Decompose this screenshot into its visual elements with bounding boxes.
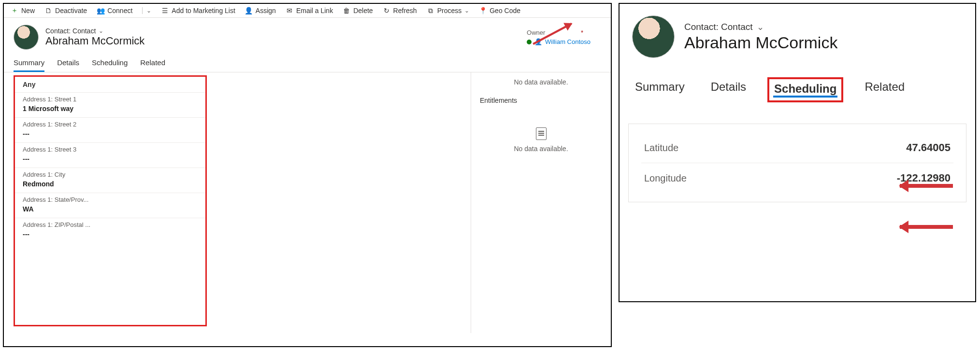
record-name: Abraham McCormick xyxy=(684,33,837,52)
refresh-button[interactable]: ↻ Refresh xyxy=(383,7,417,14)
deactivate-icon: 🗋 xyxy=(44,7,52,14)
delete-label: Delete xyxy=(353,7,373,14)
geocode-button[interactable]: 📍 Geo Code xyxy=(479,7,520,14)
new-label: New xyxy=(21,7,35,14)
record-name: Abraham McCormick xyxy=(45,35,144,47)
annotation-arrow xyxy=(900,184,953,188)
assign-icon: 👤 xyxy=(245,7,253,14)
address-section: Any Address 1: Street 1 1 Microsoft way … xyxy=(14,75,207,326)
field-value[interactable]: --- xyxy=(15,129,205,142)
field-label: Address 1: Street 3 xyxy=(15,142,205,154)
avatar xyxy=(632,15,675,58)
coordinates-section: Latitude 47.64005 Longitude -122.12980 xyxy=(628,124,966,202)
required-marker: * xyxy=(581,29,583,36)
entity-type-selector[interactable]: Contact: Contact ⌄ xyxy=(684,22,837,32)
owner-name: William Contoso xyxy=(545,38,591,45)
chevron-down-icon: ⌄ xyxy=(99,28,103,34)
tab-scheduling[interactable]: Scheduling xyxy=(92,58,128,72)
mail-icon: ✉ xyxy=(286,7,293,14)
tab-related[interactable]: Related xyxy=(140,58,165,72)
field-label: Address 1: Street 1 xyxy=(15,92,205,104)
record-header: Contact: Contact ⌄ Abraham McCormick Own… xyxy=(4,18,611,54)
add-marketing-button[interactable]: ☰ Add to Marketing List xyxy=(161,7,235,14)
chevron-down-icon: ⌄ xyxy=(757,22,764,32)
left-panel: ＋ New 🗋 Deactivate 👥 Connect ⌄ ☰ Add to … xyxy=(3,3,612,347)
refresh-label: Refresh xyxy=(393,7,417,14)
deactivate-label: Deactivate xyxy=(55,7,87,14)
add-marketing-label: Add to Marketing List xyxy=(172,7,235,14)
tab-summary[interactable]: Summary xyxy=(14,58,44,72)
process-label: Process xyxy=(437,7,462,14)
geocode-label: Geo Code xyxy=(490,7,520,14)
tab-details[interactable]: Details xyxy=(706,77,751,102)
command-bar: ＋ New 🗋 Deactivate 👥 Connect ⌄ ☰ Add to … xyxy=(4,4,611,18)
refresh-icon: ↻ xyxy=(383,7,390,14)
no-data-text: No data available. xyxy=(480,145,602,153)
address-section-title: Any xyxy=(15,77,205,92)
field-value[interactable]: --- xyxy=(15,229,205,243)
field-label: Address 1: ZIP/Postal ... xyxy=(15,218,205,229)
owner-block: Owner * 👤 William Contoso xyxy=(527,29,601,45)
right-panel: Contact: Contact ⌄ Abraham McCormick Sum… xyxy=(619,3,976,302)
chevron-down-icon: ⌄ xyxy=(142,7,151,14)
field-value[interactable]: Redmond xyxy=(15,179,205,193)
email-link-button[interactable]: ✉ Email a Link xyxy=(286,7,333,14)
owner-label: Owner xyxy=(527,29,545,36)
latitude-label: Latitude xyxy=(644,142,678,154)
title-block: Contact: Contact ⌄ Abraham McCormick xyxy=(45,27,144,47)
tab-related[interactable]: Related xyxy=(860,77,909,102)
connect-icon: 👥 xyxy=(97,7,104,14)
latitude-value: 47.64005 xyxy=(906,141,951,154)
field-label: Address 1: State/Prov... xyxy=(15,193,205,204)
assign-button[interactable]: 👤 Assign xyxy=(245,7,276,14)
field-label: Address 1: Street 2 xyxy=(15,117,205,129)
entity-type-selector[interactable]: Contact: Contact ⌄ xyxy=(45,27,144,35)
connect-button[interactable]: 👥 Connect xyxy=(97,7,132,14)
form-body: Any Address 1: Street 1 1 Microsoft way … xyxy=(4,72,611,333)
no-data-text: No data available. xyxy=(480,78,602,86)
tab-strip: Summary Details Scheduling Related xyxy=(4,54,611,72)
annotation-arrow xyxy=(900,225,953,229)
field-value[interactable]: --- xyxy=(15,154,205,168)
tab-scheduling[interactable]: Scheduling xyxy=(767,77,843,102)
avatar xyxy=(14,25,39,50)
field-value[interactable]: WA xyxy=(15,204,205,218)
plus-icon: ＋ xyxy=(11,7,18,14)
new-button[interactable]: ＋ New xyxy=(11,7,35,14)
tab-strip: Summary Details Scheduling Related xyxy=(628,65,966,102)
field-value[interactable]: 1 Microsoft way xyxy=(15,104,205,117)
list-icon: ☰ xyxy=(161,7,169,14)
process-button[interactable]: ⧉ Process ⌄ xyxy=(427,7,470,14)
latitude-row[interactable]: Latitude 47.64005 xyxy=(641,133,953,163)
deactivate-button[interactable]: 🗋 Deactivate xyxy=(44,7,87,14)
entity-label: Contact: Contact xyxy=(45,27,96,35)
presence-icon xyxy=(527,40,532,44)
connect-split-button[interactable]: ⌄ xyxy=(142,7,151,14)
entitlements-title: Entitlements xyxy=(480,97,602,104)
longitude-label: Longitude xyxy=(644,173,687,184)
trash-icon: 🗑 xyxy=(343,7,350,14)
tab-summary[interactable]: Summary xyxy=(630,77,690,102)
pin-icon: 📍 xyxy=(479,7,487,14)
entity-label: Contact: Contact xyxy=(684,22,753,32)
document-icon xyxy=(536,127,547,140)
process-icon: ⧉ xyxy=(427,7,434,14)
tab-details[interactable]: Details xyxy=(57,58,79,72)
side-panel: No data available. Entitlements No data … xyxy=(471,72,611,333)
chevron-down-icon: ⌄ xyxy=(464,7,469,14)
assign-label: Assign xyxy=(256,7,276,14)
title-block: Contact: Contact ⌄ Abraham McCormick xyxy=(684,22,837,52)
connect-label: Connect xyxy=(107,7,132,14)
field-label: Address 1: City xyxy=(15,168,205,179)
record-header: Contact: Contact ⌄ Abraham McCormick xyxy=(628,9,966,65)
email-link-label: Email a Link xyxy=(296,7,333,14)
delete-button[interactable]: 🗑 Delete xyxy=(343,7,373,14)
